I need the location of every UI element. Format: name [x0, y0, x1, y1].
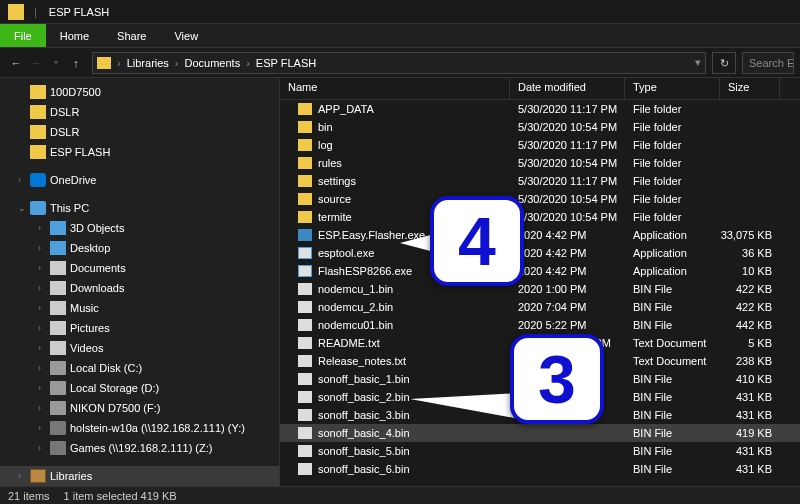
file-type: BIN File	[625, 319, 720, 331]
sidebar-item[interactable]: ⌄This PC	[0, 198, 279, 218]
file-row[interactable]: APP_DATA5/30/2020 11:17 PMFile folder	[280, 100, 800, 118]
file-name: rules	[318, 157, 342, 169]
expand-icon: ›	[38, 403, 48, 413]
file-row[interactable]: nodemcu_1.bin2020 1:00 PMBIN File422 KB	[280, 280, 800, 298]
file-name: source	[318, 193, 351, 205]
folder-icon	[298, 103, 312, 115]
file-row[interactable]: source5/30/2020 10:54 PMFile folder	[280, 190, 800, 208]
breadcrumb[interactable]: Documents	[181, 53, 245, 73]
sidebar-item[interactable]: ›Libraries	[0, 466, 279, 486]
sidebar-item[interactable]: ›Videos	[0, 338, 279, 358]
drive-icon	[50, 401, 66, 415]
file-name: sonoff_basic_3.bin	[318, 409, 410, 421]
file-icon	[298, 373, 312, 385]
sidebar-item[interactable]: ›Local Storage (D:)	[0, 378, 279, 398]
file-row[interactable]: log5/30/2020 11:17 PMFile folder	[280, 136, 800, 154]
file-type: Application	[625, 247, 720, 259]
status-selected: 1 item selected 419 KB	[64, 490, 177, 502]
file-row[interactable]: sonoff_basic_4.binBIN File419 KB	[280, 424, 800, 442]
sidebar-item[interactable]: ›Games (\\192.168.2.111) (Z:)	[0, 438, 279, 458]
sidebar-item[interactable]: ESP FLASH	[0, 142, 279, 162]
sidebar-item[interactable]: 100D7500	[0, 82, 279, 102]
nav-back[interactable]: ←	[6, 57, 26, 69]
file-row[interactable]: bin5/30/2020 10:54 PMFile folder	[280, 118, 800, 136]
sidebar-item[interactable]: DSLR	[0, 122, 279, 142]
chevron-right-icon: ›	[115, 57, 123, 69]
file-size: 431 KB	[720, 391, 780, 403]
nav-recent[interactable]: ▾	[46, 58, 66, 67]
file-row[interactable]: rules5/30/2020 10:54 PMFile folder	[280, 154, 800, 172]
file-row[interactable]: esptool.exe2020 4:42 PMApplication36 KB	[280, 244, 800, 262]
file-row[interactable]: sonoff_basic_6.binBIN File431 KB	[280, 460, 800, 478]
nav-up[interactable]: ↑	[66, 57, 86, 69]
obj3d-icon	[50, 221, 66, 235]
sidebar-item[interactable]: DSLR	[0, 102, 279, 122]
tab-share[interactable]: Share	[103, 24, 160, 47]
file-type: BIN File	[625, 283, 720, 295]
sidebar-item[interactable]: ›Music	[0, 298, 279, 318]
titlebar-divider: |	[34, 6, 37, 18]
col-size[interactable]: Size	[720, 78, 780, 99]
expand-icon: ›	[38, 443, 48, 453]
file-name: settings	[318, 175, 356, 187]
refresh-button[interactable]: ↻	[712, 52, 736, 74]
sidebar-item[interactable]: ›Documents	[0, 258, 279, 278]
col-type[interactable]: Type	[625, 78, 720, 99]
sidebar-item[interactable]: ›Pictures	[0, 318, 279, 338]
file-type: File folder	[625, 157, 720, 169]
sidebar-item-label: Downloads	[70, 282, 124, 294]
nav-forward[interactable]: →	[26, 57, 46, 69]
sidebar-item[interactable]: ›NIKON D7500 (F:)	[0, 398, 279, 418]
file-type: BIN File	[625, 391, 720, 403]
breadcrumb[interactable]: ESP FLASH	[252, 53, 320, 73]
sidebar-item-label: Pictures	[70, 322, 110, 334]
file-row[interactable]: ESP.Easy.Flasher.exe2020 4:42 PMApplicat…	[280, 226, 800, 244]
sidebar-item[interactable]: ›3D Objects	[0, 218, 279, 238]
file-date: 5/30/2020 10:54 PM	[510, 193, 625, 205]
col-name[interactable]: Name	[280, 78, 510, 99]
tab-file[interactable]: File	[0, 24, 46, 47]
sidebar-item[interactable]: ›Desktop	[0, 238, 279, 258]
address-box[interactable]: › Libraries › Documents › ESP FLASH ▾	[92, 52, 706, 74]
file-row[interactable]: termite5/30/2020 10:54 PMFile folder	[280, 208, 800, 226]
sidebar-item-label: Videos	[70, 342, 103, 354]
file-name: README.txt	[318, 337, 380, 349]
search-input[interactable]: Search E	[742, 52, 794, 74]
chevron-down-icon[interactable]: ▾	[695, 56, 701, 69]
file-type: BIN File	[625, 445, 720, 457]
tab-view[interactable]: View	[160, 24, 212, 47]
folder-icon	[298, 139, 312, 151]
breadcrumb[interactable]: Libraries	[123, 53, 173, 73]
col-date[interactable]: Date modified	[510, 78, 625, 99]
file-size: 5 KB	[720, 337, 780, 349]
file-row[interactable]: nodemcu_2.bin2020 7:04 PMBIN File422 KB	[280, 298, 800, 316]
expand-icon: ›	[38, 303, 48, 313]
file-row[interactable]: settings5/30/2020 11:17 PMFile folder	[280, 172, 800, 190]
sidebar-item[interactable]: ›holstein-w10a (\\192.168.2.111) (Y:)	[0, 418, 279, 438]
sidebar-item[interactable]: ›Local Disk (C:)	[0, 358, 279, 378]
file-date: 2020 7:04 PM	[510, 301, 625, 313]
sidebar-item-label: 100D7500	[50, 86, 101, 98]
expand-icon: ›	[38, 383, 48, 393]
sidebar-item[interactable]: ›OneDrive	[0, 170, 279, 190]
sidebar-item[interactable]: ›Downloads	[0, 278, 279, 298]
file-type: BIN File	[625, 427, 720, 439]
callout-number: 4	[458, 207, 496, 275]
file-name: sonoff_basic_6.bin	[318, 463, 410, 475]
netdrive-icon	[50, 421, 66, 435]
file-name: sonoff_basic_5.bin	[318, 445, 410, 457]
exe2-icon	[298, 229, 312, 241]
file-icon	[298, 337, 312, 349]
expand-icon: ›	[38, 243, 48, 253]
file-row[interactable]: sonoff_basic_5.binBIN File431 KB	[280, 442, 800, 460]
sidebar-item-label: Libraries	[50, 470, 92, 482]
music-icon	[50, 301, 66, 315]
file-row[interactable]: nodemcu01.bin2020 5:22 PMBIN File442 KB	[280, 316, 800, 334]
sidebar-item-label: Music	[70, 302, 99, 314]
desktop-icon	[50, 241, 66, 255]
file-row[interactable]: FlashESP8266.exe2020 4:42 PMApplication1…	[280, 262, 800, 280]
tab-home[interactable]: Home	[46, 24, 103, 47]
file-name: log	[318, 139, 333, 151]
expand-icon: ⌄	[18, 203, 28, 213]
chevron-right-icon: ›	[244, 57, 252, 69]
